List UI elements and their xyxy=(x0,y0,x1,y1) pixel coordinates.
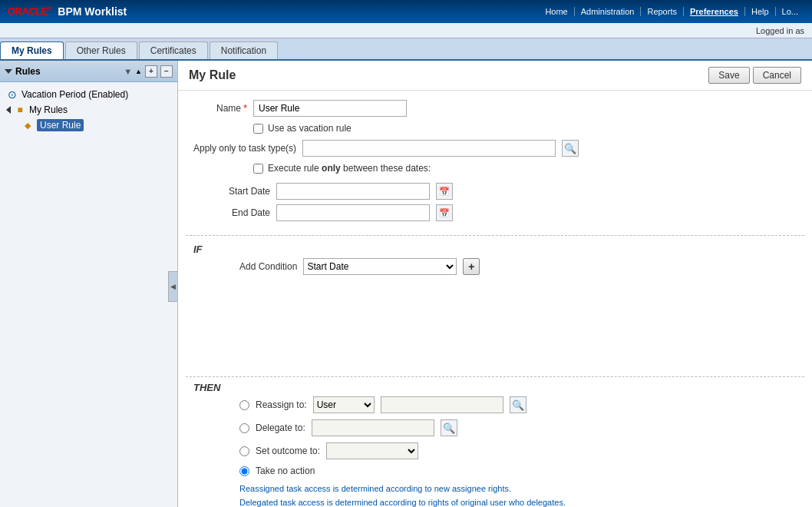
reassign-label: Reassign to: xyxy=(256,399,307,410)
use-vacation-label: Use as vacation rule xyxy=(268,123,352,134)
set-outcome-row: Set outcome to: xyxy=(193,442,797,459)
content-header: My Rule Save Cancel xyxy=(178,61,812,91)
reassign-value-input[interactable] xyxy=(381,396,503,413)
if-content-area xyxy=(178,284,812,376)
tabs-row: My Rules Other Rules Certificates Notifi… xyxy=(0,38,812,61)
info-text-1: Reassigned task access is determined acc… xyxy=(239,482,797,496)
name-row: Name * xyxy=(193,100,797,117)
start-date-label: Start Date xyxy=(224,186,270,197)
take-no-action-label: Take no action xyxy=(256,466,315,476)
set-outcome-label: Set outcome to: xyxy=(256,446,320,456)
end-date-calendar-button[interactable]: 📅 xyxy=(436,204,453,221)
delegate-label: Delegate to: xyxy=(256,422,305,433)
sidebar-title: Rules xyxy=(15,66,120,77)
my-rules-folder[interactable]: ■ My Rules xyxy=(3,102,174,118)
tab-notification[interactable]: Notification xyxy=(210,41,278,59)
rule-icon: ◆ xyxy=(21,119,34,131)
header-left: ORACLE® BPM Worklist xyxy=(8,5,127,18)
info-text-2: Delegated task access is determined acco… xyxy=(239,496,797,507)
delegate-radio[interactable] xyxy=(239,423,249,433)
info-text-area: Reassigned task access is determined acc… xyxy=(193,482,797,507)
header-nav: Home Administration Reports Preferences … xyxy=(539,7,804,16)
use-vacation-checkbox[interactable] xyxy=(253,124,263,134)
end-date-label: End Date xyxy=(224,207,270,218)
set-outcome-select[interactable] xyxy=(326,442,418,459)
cancel-button[interactable]: Cancel xyxy=(753,67,801,84)
page-title: My Rule xyxy=(189,68,236,82)
name-label: Name * xyxy=(193,103,247,114)
reassign-row: Reassign to: User Group Role 🔍 xyxy=(193,396,797,413)
user-rule-label: User Rule xyxy=(37,119,84,131)
action-buttons: Save Cancel xyxy=(708,67,801,84)
task-type-input[interactable] xyxy=(302,140,556,157)
vacation-rule-row: Use as vacation rule xyxy=(253,123,797,134)
nav-reports[interactable]: Reports xyxy=(641,7,684,16)
folder-icon: ■ xyxy=(14,104,26,116)
tab-other-rules[interactable]: Other Rules xyxy=(65,41,137,59)
execute-rule-checkbox[interactable] xyxy=(253,164,263,174)
execute-rule-label: Execute rule only between these dates: xyxy=(268,163,431,174)
task-type-search-button[interactable]: 🔍 xyxy=(562,140,579,157)
add-condition-label: Add Condition xyxy=(239,261,297,272)
add-condition-select[interactable]: Start Date End Date Task Type Priority xyxy=(303,258,457,275)
tab-certificates[interactable]: Certificates xyxy=(139,41,208,59)
execute-rule-row: Execute rule only between these dates: xyxy=(253,163,797,174)
then-section: THEN Reassign to: User Group Role 🔍 Dele… xyxy=(178,377,812,507)
up-arrow-icon: ▲ xyxy=(135,68,142,75)
nav-home[interactable]: Home xyxy=(539,7,574,16)
reassign-radio[interactable] xyxy=(239,400,249,410)
start-date-row: Start Date 📅 xyxy=(224,183,797,200)
take-no-action-row: Take no action xyxy=(193,466,797,476)
tree-area: ⊙ Vacation Period (Enabled) ■ My Rules ◆… xyxy=(0,82,177,138)
then-label: THEN xyxy=(193,377,797,396)
delegate-search-button[interactable]: 🔍 xyxy=(441,419,457,436)
name-input[interactable] xyxy=(253,100,407,117)
oracle-logo: ORACLE® xyxy=(8,5,51,17)
vacation-period-item[interactable]: ⊙ Vacation Period (Enabled) xyxy=(3,87,174,102)
task-type-row: Apply only to task type(s) 🔍 xyxy=(193,140,797,157)
expand-collapse-icon[interactable] xyxy=(5,69,12,74)
app-title: BPM Worklist xyxy=(58,5,127,18)
reassign-search-button[interactable]: 🔍 xyxy=(510,396,526,413)
reassign-type-select[interactable]: User Group Role xyxy=(313,396,375,413)
my-rules-folder-label: My Rules xyxy=(29,104,68,115)
delegate-row: Delegate to: 🔍 xyxy=(193,419,797,436)
main-container: Rules ▼ ▲ + − ⊙ Vacation Period (Enabled… xyxy=(0,61,812,507)
add-condition-button[interactable]: + xyxy=(463,258,480,275)
logged-in-label: Logged in as xyxy=(756,26,804,35)
start-date-input[interactable] xyxy=(276,183,430,200)
save-button[interactable]: Save xyxy=(708,67,749,84)
sidebar: Rules ▼ ▲ + − ⊙ Vacation Period (Enabled… xyxy=(0,61,178,507)
vacation-icon: ⊙ xyxy=(6,88,18,101)
nav-help[interactable]: Help xyxy=(745,7,776,16)
take-no-action-radio[interactable] xyxy=(239,466,249,476)
user-rule-item[interactable]: ◆ User Rule xyxy=(18,118,174,133)
tree-sub: ◆ User Rule xyxy=(18,118,174,133)
if-section: IF Add Condition Start Date End Date Tas… xyxy=(178,236,812,284)
task-type-label: Apply only to task type(s) xyxy=(193,143,296,154)
start-date-calendar-button[interactable]: 📅 xyxy=(436,183,453,200)
logged-in-bar: Logged in as xyxy=(0,23,812,38)
add-condition-row: Add Condition Start Date End Date Task T… xyxy=(193,258,797,275)
remove-rule-button[interactable]: − xyxy=(160,65,173,78)
sidebar-header: Rules ▼ ▲ + − xyxy=(0,61,177,82)
if-label: IF xyxy=(193,239,797,258)
tab-my-rules[interactable]: My Rules xyxy=(0,41,64,59)
set-outcome-radio[interactable] xyxy=(239,446,249,456)
add-rule-button[interactable]: + xyxy=(145,65,157,78)
end-date-row: End Date 📅 xyxy=(224,204,797,221)
nav-administration[interactable]: Administration xyxy=(575,7,642,16)
vacation-period-label: Vacation Period (Enabled) xyxy=(21,89,128,100)
sidebar-collapse-button[interactable]: ◀ xyxy=(168,271,177,302)
content-area: My Rule Save Cancel Name * Use as vacati… xyxy=(178,61,812,507)
form-area: Name * Use as vacation rule Apply only t… xyxy=(178,91,812,235)
filter-icon: ▼ xyxy=(124,67,132,76)
end-date-input[interactable] xyxy=(276,204,430,221)
app-header: ORACLE® BPM Worklist Home Administration… xyxy=(0,0,812,23)
delegate-input[interactable] xyxy=(312,419,434,436)
folder-collapse-icon[interactable] xyxy=(6,106,11,114)
nav-logout[interactable]: Lo... xyxy=(776,7,804,16)
nav-preferences[interactable]: Preferences xyxy=(684,7,745,16)
